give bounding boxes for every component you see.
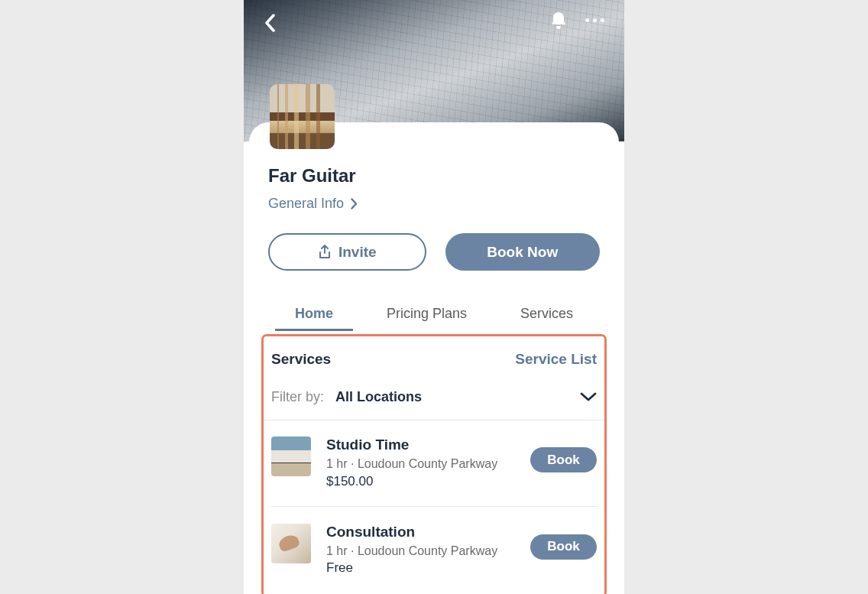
app-screen: Far Guitar General Info Invite Book Now … [244,0,624,594]
profile-card: Far Guitar General Info Invite Book Now … [249,122,619,594]
service-meta: 1 hr · Loudoun County Parkway [326,543,515,560]
service-thumbnail [271,437,311,476]
service-info: Studio Time1 hr · Loudoun County Parkway… [326,437,515,489]
service-price: $150.00 [326,474,515,489]
invite-button[interactable]: Invite [268,233,426,271]
business-name: Far Guitar [268,165,600,187]
tab-pricing-plans[interactable]: Pricing Plans [384,300,470,331]
business-avatar[interactable] [270,84,335,149]
dot-icon [601,18,604,22]
tab-services[interactable]: Services [517,300,576,331]
service-info: Consultation1 hr · Loudoun County Parkwa… [326,524,515,576]
service-list: Studio Time1 hr · Loudoun County Parkway… [271,420,597,586]
back-button[interactable] [254,8,285,38]
chevron-right-icon [351,198,358,209]
service-item[interactable]: Consultation1 hr · Loudoun County Parkwa… [271,507,597,587]
dot-icon [585,18,589,22]
filter-dropdown[interactable]: Filter by: All Locations [264,389,604,420]
services-section-header: Services Service List [271,351,597,368]
chevron-down-icon [580,392,597,402]
chevron-left-icon [264,14,275,32]
general-info-link[interactable]: General Info [268,196,358,212]
service-thumbnail [271,524,311,563]
tab-label: Services [520,306,573,321]
book-now-label: Book Now [487,244,558,261]
service-meta: 1 hr · Loudoun County Parkway [326,456,515,472]
book-button[interactable]: Book [530,534,597,560]
services-highlight: Services Service List Filter by: All Loc… [261,334,607,594]
service-list-link[interactable]: Service List [515,351,597,368]
share-icon [318,245,332,260]
tab-bar: HomePricing PlansServices [268,300,600,331]
general-info-label: General Info [268,196,344,212]
services-title: Services [271,351,331,368]
filter-value: All Locations [335,389,422,404]
service-name: Studio Time [326,437,515,453]
filter-label: Filter by: [271,389,324,404]
service-name: Consultation [326,524,515,540]
bell-icon [549,11,568,31]
service-item[interactable]: Studio Time1 hr · Loudoun County Parkway… [271,420,597,507]
notifications-button[interactable] [549,11,568,31]
service-price: Free [326,560,515,576]
book-button[interactable]: Book [530,447,597,472]
action-row: Invite Book Now [268,233,600,271]
dot-icon [593,18,597,22]
invite-label: Invite [338,244,377,261]
tab-label: Home [295,306,333,321]
more-button[interactable] [585,18,604,22]
tab-label: Pricing Plans [387,306,467,321]
book-now-button[interactable]: Book Now [445,233,601,271]
tab-home[interactable]: Home [292,300,336,331]
